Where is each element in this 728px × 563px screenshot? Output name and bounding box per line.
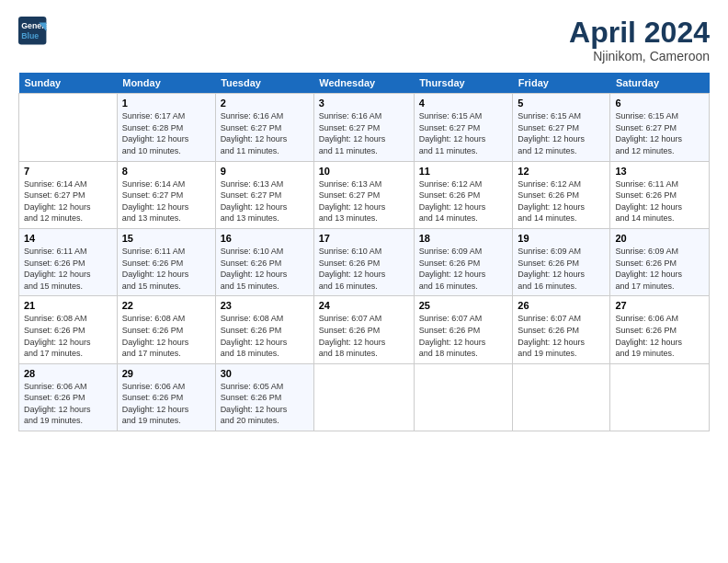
day-info: Sunrise: 6:07 AM Sunset: 6:26 PM Dayligh…: [518, 314, 585, 358]
day-number: 16: [221, 233, 309, 244]
day-info: Sunrise: 6:10 AM Sunset: 6:26 PM Dayligh…: [319, 247, 386, 291]
sub-title: Njinikom, Cameroon: [569, 49, 710, 63]
day-info: Sunrise: 6:06 AM Sunset: 6:26 PM Dayligh…: [24, 382, 91, 426]
day-info: Sunrise: 6:06 AM Sunset: 6:26 PM Dayligh…: [122, 382, 189, 426]
day-number: 7: [24, 166, 112, 177]
page: General Blue April 2024 Njinikom, Camero…: [0, 0, 728, 563]
day-number: 19: [518, 233, 605, 244]
day-number: 28: [24, 368, 112, 379]
day-cell: 5Sunrise: 6:15 AM Sunset: 6:27 PM Daylig…: [513, 94, 610, 161]
day-info: Sunrise: 6:09 AM Sunset: 6:26 PM Dayligh…: [518, 247, 585, 291]
day-cell: [610, 363, 710, 431]
day-cell: 3Sunrise: 6:16 AM Sunset: 6:27 PM Daylig…: [313, 94, 414, 161]
day-cell: 22Sunrise: 6:08 AM Sunset: 6:26 PM Dayli…: [117, 296, 215, 363]
header-cell-tuesday: Tuesday: [215, 73, 313, 94]
day-number: 9: [221, 166, 309, 177]
day-number: 3: [319, 98, 409, 109]
day-cell: 10Sunrise: 6:13 AM Sunset: 6:27 PM Dayli…: [313, 161, 414, 228]
svg-text:Blue: Blue: [21, 31, 39, 40]
day-cell: 7Sunrise: 6:14 AM Sunset: 6:27 PM Daylig…: [19, 161, 118, 228]
day-number: 14: [24, 233, 112, 244]
header-cell-friday: Friday: [513, 73, 610, 94]
day-number: 22: [122, 300, 210, 311]
day-cell: 17Sunrise: 6:10 AM Sunset: 6:26 PM Dayli…: [313, 228, 414, 295]
day-info: Sunrise: 6:08 AM Sunset: 6:26 PM Dayligh…: [24, 314, 91, 358]
day-info: Sunrise: 6:12 AM Sunset: 6:26 PM Dayligh…: [419, 179, 486, 224]
day-number: 18: [419, 233, 508, 244]
day-number: 4: [419, 98, 508, 109]
day-info: Sunrise: 6:13 AM Sunset: 6:27 PM Dayligh…: [319, 179, 386, 224]
day-cell: 27Sunrise: 6:06 AM Sunset: 6:26 PM Dayli…: [610, 296, 710, 363]
day-cell: 19Sunrise: 6:09 AM Sunset: 6:26 PM Dayli…: [513, 228, 610, 295]
day-number: 15: [122, 233, 210, 244]
day-info: Sunrise: 6:06 AM Sunset: 6:26 PM Dayligh…: [615, 314, 682, 358]
day-number: 30: [221, 368, 309, 379]
day-info: Sunrise: 6:15 AM Sunset: 6:27 PM Dayligh…: [615, 111, 682, 155]
week-row-4: 21Sunrise: 6:08 AM Sunset: 6:26 PM Dayli…: [19, 296, 710, 363]
title-block: April 2024 Njinikom, Cameroon: [569, 17, 710, 63]
header-cell-monday: Monday: [117, 73, 215, 94]
day-number: 23: [221, 300, 309, 311]
day-number: 24: [319, 300, 409, 311]
day-cell: [513, 363, 610, 431]
calendar-table: SundayMondayTuesdayWednesdayThursdayFrid…: [18, 73, 710, 431]
day-info: Sunrise: 6:08 AM Sunset: 6:26 PM Dayligh…: [221, 314, 288, 358]
day-cell: 24Sunrise: 6:07 AM Sunset: 6:26 PM Dayli…: [313, 296, 414, 363]
day-info: Sunrise: 6:16 AM Sunset: 6:27 PM Dayligh…: [221, 111, 288, 155]
day-number: 8: [122, 166, 210, 177]
week-row-1: 1Sunrise: 6:17 AM Sunset: 6:28 PM Daylig…: [19, 94, 710, 161]
header-cell-wednesday: Wednesday: [313, 73, 414, 94]
day-number: 17: [319, 233, 409, 244]
day-number: 10: [319, 166, 409, 177]
day-number: 27: [615, 300, 704, 311]
calendar-body: 1Sunrise: 6:17 AM Sunset: 6:28 PM Daylig…: [19, 94, 710, 431]
day-number: 12: [518, 166, 605, 177]
day-cell: [414, 363, 513, 431]
day-info: Sunrise: 6:09 AM Sunset: 6:26 PM Dayligh…: [615, 247, 682, 291]
day-info: Sunrise: 6:11 AM Sunset: 6:26 PM Dayligh…: [24, 247, 91, 291]
day-cell: [19, 94, 118, 161]
day-number: 13: [615, 166, 704, 177]
day-cell: 11Sunrise: 6:12 AM Sunset: 6:26 PM Dayli…: [414, 161, 513, 228]
day-cell: 6Sunrise: 6:15 AM Sunset: 6:27 PM Daylig…: [610, 94, 710, 161]
day-info: Sunrise: 6:17 AM Sunset: 6:28 PM Dayligh…: [122, 111, 189, 155]
week-row-5: 28Sunrise: 6:06 AM Sunset: 6:26 PM Dayli…: [19, 363, 710, 431]
header-cell-saturday: Saturday: [610, 73, 710, 94]
day-cell: 4Sunrise: 6:15 AM Sunset: 6:27 PM Daylig…: [414, 94, 513, 161]
day-info: Sunrise: 6:07 AM Sunset: 6:26 PM Dayligh…: [419, 314, 486, 358]
day-info: Sunrise: 6:13 AM Sunset: 6:27 PM Dayligh…: [221, 179, 288, 224]
header: General Blue April 2024 Njinikom, Camero…: [18, 17, 710, 63]
day-cell: 28Sunrise: 6:06 AM Sunset: 6:26 PM Dayli…: [19, 363, 118, 431]
day-cell: 1Sunrise: 6:17 AM Sunset: 6:28 PM Daylig…: [117, 94, 215, 161]
day-cell: 18Sunrise: 6:09 AM Sunset: 6:26 PM Dayli…: [414, 228, 513, 295]
day-cell: 14Sunrise: 6:11 AM Sunset: 6:26 PM Dayli…: [19, 228, 118, 295]
header-row: SundayMondayTuesdayWednesdayThursdayFrid…: [19, 73, 710, 94]
header-cell-sunday: Sunday: [19, 73, 118, 94]
day-cell: 20Sunrise: 6:09 AM Sunset: 6:26 PM Dayli…: [610, 228, 710, 295]
main-title: April 2024: [569, 17, 710, 49]
day-cell: 29Sunrise: 6:06 AM Sunset: 6:26 PM Dayli…: [117, 363, 215, 431]
logo: General Blue: [18, 17, 48, 46]
day-info: Sunrise: 6:05 AM Sunset: 6:26 PM Dayligh…: [221, 382, 288, 426]
day-number: 1: [122, 98, 210, 109]
day-cell: 23Sunrise: 6:08 AM Sunset: 6:26 PM Dayli…: [215, 296, 313, 363]
day-info: Sunrise: 6:11 AM Sunset: 6:26 PM Dayligh…: [122, 247, 189, 291]
logo-icon: General Blue: [18, 17, 48, 46]
day-info: Sunrise: 6:16 AM Sunset: 6:27 PM Dayligh…: [319, 111, 386, 155]
day-number: 5: [518, 98, 605, 109]
day-number: 6: [615, 98, 704, 109]
day-number: 25: [419, 300, 508, 311]
day-cell: 2Sunrise: 6:16 AM Sunset: 6:27 PM Daylig…: [215, 94, 313, 161]
day-cell: 21Sunrise: 6:08 AM Sunset: 6:26 PM Dayli…: [19, 296, 118, 363]
header-cell-thursday: Thursday: [414, 73, 513, 94]
day-info: Sunrise: 6:07 AM Sunset: 6:26 PM Dayligh…: [319, 314, 386, 358]
calendar-header: SundayMondayTuesdayWednesdayThursdayFrid…: [19, 73, 710, 94]
day-info: Sunrise: 6:11 AM Sunset: 6:26 PM Dayligh…: [615, 179, 682, 224]
day-number: 11: [419, 166, 508, 177]
day-cell: 30Sunrise: 6:05 AM Sunset: 6:26 PM Dayli…: [215, 363, 313, 431]
day-cell: 9Sunrise: 6:13 AM Sunset: 6:27 PM Daylig…: [215, 161, 313, 228]
day-info: Sunrise: 6:08 AM Sunset: 6:26 PM Dayligh…: [122, 314, 189, 358]
day-cell: 8Sunrise: 6:14 AM Sunset: 6:27 PM Daylig…: [117, 161, 215, 228]
day-number: 20: [615, 233, 704, 244]
day-info: Sunrise: 6:14 AM Sunset: 6:27 PM Dayligh…: [122, 179, 189, 224]
